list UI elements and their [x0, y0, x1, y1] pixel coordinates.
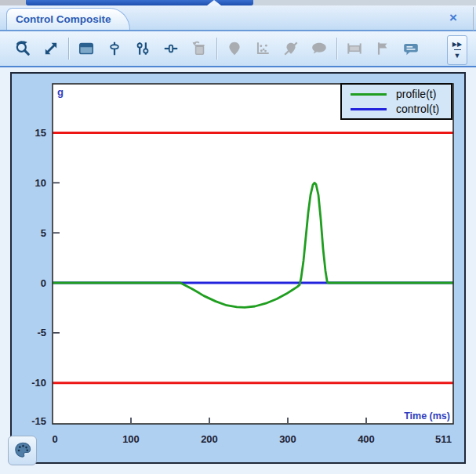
x-tick-label: 100 — [122, 433, 140, 445]
y-tick-label: -10 — [31, 377, 46, 389]
legend-label: control(t) — [396, 103, 439, 115]
legend-label: profile(t) — [396, 88, 436, 100]
palette-button[interactable] — [8, 436, 37, 465]
y-axis-unit-label: g — [57, 86, 64, 98]
plot-area[interactable]: 151050-5-10-150100200300400511gTime (ms) — [0, 0, 476, 474]
x-tick-label: 511 — [435, 433, 452, 445]
x-tick-label: 200 — [201, 433, 218, 445]
x-tick-label: 300 — [279, 433, 296, 445]
legend-row: profile(t) — [342, 87, 451, 102]
control-composite-window: Control Composite × — [0, 0, 476, 474]
legend-line-sample — [351, 93, 387, 96]
y-tick-label: 15 — [35, 127, 46, 139]
palette-icon — [13, 440, 33, 461]
x-tick-label: 0 — [52, 433, 57, 445]
plot-background — [53, 84, 453, 424]
legend-line-sample — [351, 108, 387, 110]
x-axis-title: Time (ms) — [404, 411, 450, 422]
plot-legend[interactable]: profile(t)control(t) — [340, 83, 452, 120]
y-tick-label: 0 — [41, 277, 46, 289]
legend-row: control(t) — [342, 102, 451, 117]
y-tick-label: -5 — [37, 327, 46, 338]
y-tick-label: 10 — [35, 177, 46, 189]
y-tick-label: -15 — [31, 415, 46, 427]
x-tick-label: 400 — [358, 433, 375, 445]
y-tick-label: 5 — [41, 227, 46, 239]
